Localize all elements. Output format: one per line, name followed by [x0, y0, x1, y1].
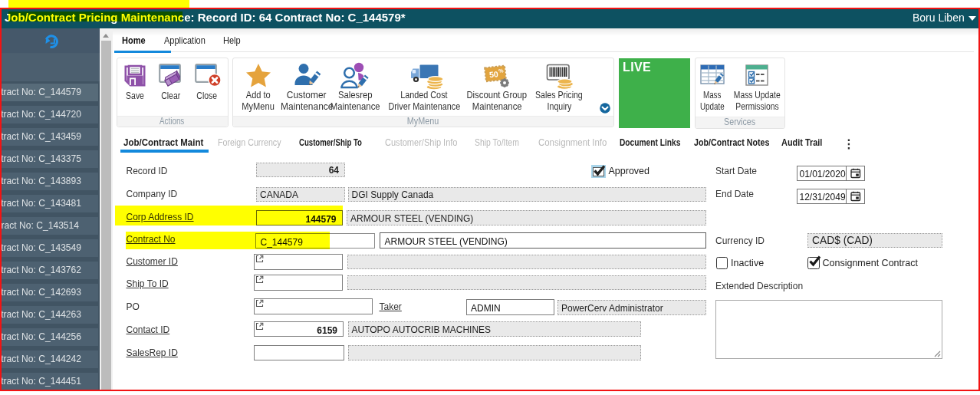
- svg-text:50: 50: [488, 69, 498, 79]
